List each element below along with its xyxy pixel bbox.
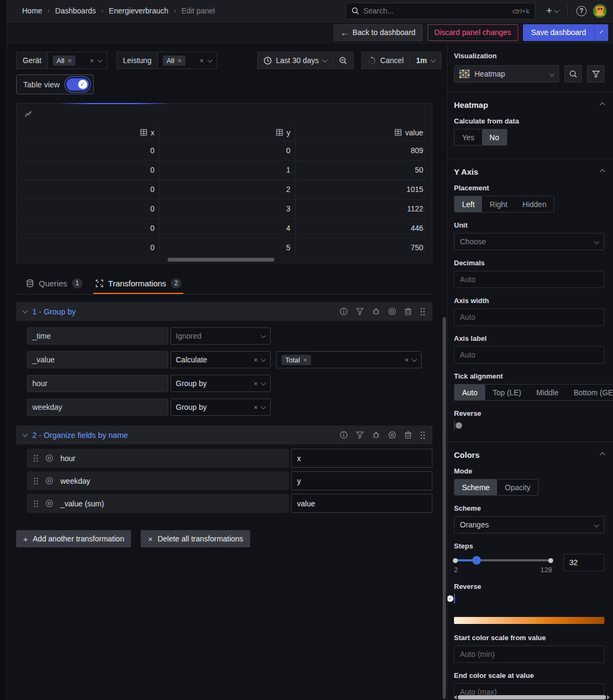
add-transformation-button[interactable]: + Add another transformation (16, 530, 131, 547)
axis-width-input[interactable] (454, 308, 604, 326)
breadcrumb-dashboard-name[interactable]: Energieverbrauch (109, 6, 169, 15)
transformation-header[interactable]: 1 - Group by (16, 302, 432, 321)
start-color-scale-input[interactable] (454, 646, 604, 663)
back-to-dashboard-button[interactable]: ← Back to dashboard (334, 24, 423, 41)
clear-icon[interactable]: × (199, 57, 204, 65)
option-opacity[interactable]: Opacity (497, 479, 538, 495)
operation-select[interactable]: Calculate × (170, 351, 271, 368)
operation-select[interactable]: Group by × (170, 399, 271, 416)
breadcrumb-dashboards[interactable]: Dashboards (55, 6, 96, 15)
drag-handle-icon[interactable] (420, 431, 425, 440)
trash-icon[interactable] (404, 431, 412, 439)
trash-icon[interactable] (404, 307, 412, 315)
delete-all-transformations-button[interactable]: × Delete all transformations (141, 530, 250, 547)
clear-icon[interactable]: × (253, 356, 258, 364)
option-yes[interactable]: Yes (454, 129, 482, 145)
debug-icon[interactable] (372, 431, 380, 439)
aggregation-chip[interactable]: Total× (281, 355, 311, 365)
close-icon[interactable]: × (177, 57, 182, 65)
drag-handle-icon[interactable] (420, 307, 425, 316)
option-left[interactable]: Left (454, 196, 482, 212)
tab-transformations[interactable]: Transformations 2 (93, 272, 184, 294)
section-y-axis[interactable]: Y Axis (454, 167, 604, 176)
variable-leistung-chip[interactable]: All× (163, 56, 185, 66)
close-icon[interactable]: × (303, 356, 307, 364)
transformation-title[interactable]: 2 - Organize fields by name (32, 431, 128, 440)
clear-icon[interactable]: × (404, 356, 409, 364)
section-heatmap[interactable]: Heatmap (454, 100, 604, 109)
column-header-x[interactable]: x (21, 125, 159, 141)
axis-label-input[interactable] (454, 346, 604, 363)
eye-icon[interactable] (45, 454, 53, 462)
operation-select[interactable]: Group by × (170, 375, 271, 392)
column-header-value[interactable]: value (295, 125, 428, 141)
close-icon[interactable]: × (67, 57, 72, 65)
options-filter-button[interactable] (587, 65, 604, 83)
drag-handle-icon[interactable] (33, 455, 38, 462)
eye-icon[interactable] (388, 307, 396, 315)
option-bottom-ge[interactable]: Bottom (GE) (566, 385, 613, 400)
rename-field-input[interactable] (291, 494, 432, 513)
drag-handle-icon[interactable] (33, 477, 38, 485)
refresh-interval-dropdown[interactable]: 1m (410, 52, 442, 69)
options-horizontal-scrollbar[interactable] (454, 695, 610, 699)
clear-icon[interactable]: × (89, 57, 94, 65)
visualization-search-button[interactable] (564, 65, 582, 83)
help-button[interactable]: ? (573, 4, 590, 18)
refresh-cancel-button[interactable]: Cancel (361, 52, 410, 69)
tab-queries[interactable]: Queries 1 (24, 272, 85, 294)
info-icon[interactable] (340, 307, 348, 315)
new-menu-button[interactable]: + (543, 3, 562, 19)
option-hidden[interactable]: Hidden (515, 196, 554, 212)
aggregation-select[interactable]: Total× × (276, 351, 422, 368)
option-scheme[interactable]: Scheme (454, 479, 497, 495)
collapse-chevron-icon[interactable] (23, 308, 28, 313)
option-right[interactable]: Right (482, 196, 515, 212)
variable-geraet-select[interactable]: All× × (48, 52, 107, 69)
variable-geraet-chip[interactable]: All× (53, 56, 75, 66)
filter-icon[interactable] (356, 431, 364, 439)
discard-panel-changes-button[interactable]: Discard panel changes (428, 24, 518, 41)
column-header-y[interactable]: y (159, 125, 295, 141)
yaxis-reverse-toggle[interactable] (454, 421, 455, 430)
user-avatar[interactable] (593, 4, 607, 18)
transformation-header[interactable]: 2 - Organize fields by name (16, 426, 432, 444)
option-no[interactable]: No (482, 129, 507, 145)
colors-reverse-toggle[interactable]: ✓ (454, 594, 455, 603)
table-view-toggle[interactable]: ✓ (66, 78, 89, 91)
operation-select[interactable]: Ignored (170, 327, 271, 345)
zoom-out-time-button[interactable] (333, 52, 354, 69)
main-vertical-scrollbar[interactable] (442, 43, 447, 700)
eye-icon[interactable] (45, 477, 53, 485)
option-top-le[interactable]: Top (LE) (485, 385, 529, 400)
variable-leistung-select[interactable]: All× × (158, 52, 217, 69)
unit-select[interactable]: Choose (454, 233, 604, 250)
clear-icon[interactable]: × (253, 403, 258, 411)
steps-value-input[interactable] (563, 554, 604, 571)
filter-icon[interactable] (356, 307, 364, 315)
transformation-title[interactable]: 1 - Group by (32, 307, 76, 316)
slider-handle[interactable] (472, 556, 481, 565)
eye-icon[interactable] (45, 499, 53, 507)
clear-icon[interactable]: × (253, 380, 258, 388)
global-search-input[interactable]: Search... ctrl+k (346, 3, 535, 19)
breadcrumb-home[interactable]: Home (22, 6, 42, 15)
collapse-chevron-icon[interactable] (23, 431, 28, 437)
rename-field-input[interactable] (291, 471, 432, 490)
debug-icon[interactable] (372, 307, 380, 315)
visualization-picker[interactable]: Heatmap (454, 65, 559, 83)
rename-field-input[interactable] (291, 449, 432, 468)
section-colors[interactable]: Colors (454, 450, 604, 459)
eye-icon[interactable] (388, 431, 396, 439)
save-dashboard-caret-button[interactable] (594, 24, 608, 41)
drag-handle-icon[interactable] (33, 500, 38, 507)
table-horizontal-scrollbar[interactable] (168, 258, 274, 262)
option-auto[interactable]: Auto (454, 385, 485, 400)
scheme-select[interactable]: Oranges (454, 516, 604, 533)
steps-slider[interactable]: 2 128 (454, 559, 552, 574)
decimals-input[interactable] (454, 271, 604, 288)
info-icon[interactable] (340, 431, 348, 439)
option-middle[interactable]: Middle (529, 385, 566, 400)
save-dashboard-button[interactable]: Save dashboard (523, 24, 594, 41)
time-range-picker-button[interactable]: Last 30 days (257, 52, 333, 69)
